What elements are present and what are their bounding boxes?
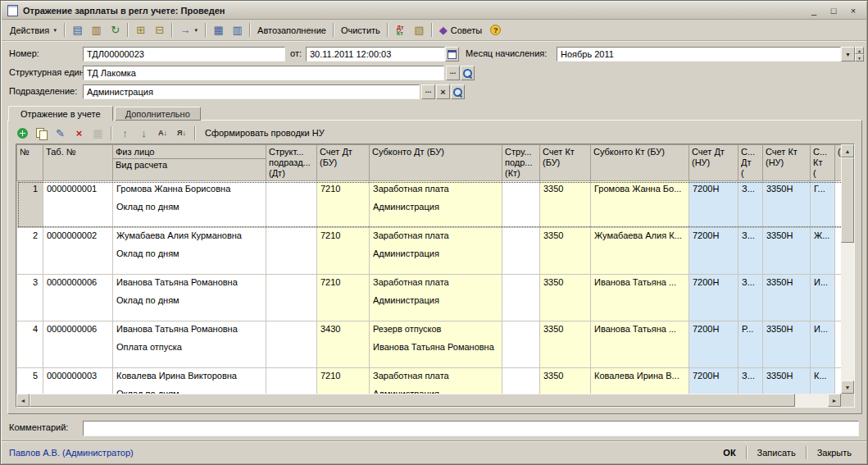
column-header[interactable]: Счет Кт(НУ) bbox=[763, 145, 811, 181]
cell[interactable]: Иванова Татьяна ... bbox=[591, 321, 689, 368]
cell[interactable]: 0000000003 bbox=[43, 368, 113, 394]
column-header[interactable]: Структ...подразд...(Дт) bbox=[266, 145, 317, 181]
cell[interactable]: Жумабаева Алия К... bbox=[591, 228, 689, 275]
cell[interactable]: 7200Н bbox=[689, 228, 738, 275]
cell[interactable]: 3350Н bbox=[763, 181, 811, 228]
spin-down-button[interactable]: ▼ bbox=[855, 54, 864, 62]
go-button[interactable]: → ▼ bbox=[175, 21, 202, 39]
vertical-scroll-thumb[interactable] bbox=[841, 157, 854, 243]
cell[interactable]: Г... bbox=[811, 181, 835, 228]
cell[interactable]: Жумабаева Алия КурмановнаОклад по дням bbox=[113, 228, 266, 275]
sort-desc-button[interactable]: Я↓ bbox=[173, 125, 190, 141]
column-header[interactable]: Субконто Кт (БУ) bbox=[591, 145, 689, 181]
filter-sort-button[interactable]: ▥ bbox=[228, 21, 247, 39]
cell[interactable]: Ж... bbox=[811, 228, 835, 275]
horizontal-scrollbar[interactable]: ◄ ► bbox=[16, 394, 841, 407]
cell[interactable]: 1 bbox=[17, 181, 43, 228]
cell[interactable]: З... bbox=[738, 181, 763, 228]
cell[interactable]: 3350 bbox=[540, 181, 591, 228]
cell[interactable] bbox=[835, 181, 842, 228]
sort-asc-button[interactable]: А↓ bbox=[154, 125, 171, 141]
generate-nu-button[interactable]: Сформировать проводки НУ bbox=[200, 125, 329, 141]
cell[interactable] bbox=[502, 368, 540, 394]
cell[interactable]: Ковалева Ирина ВикторовнаОклад по дням bbox=[113, 368, 266, 394]
cell[interactable] bbox=[502, 181, 540, 228]
cell[interactable]: 3430 bbox=[317, 321, 370, 368]
cell[interactable]: 3350Н bbox=[763, 228, 811, 275]
cell[interactable]: Ковалева Ирина В... bbox=[591, 368, 689, 394]
month-dropdown-button[interactable]: ▼ bbox=[841, 47, 855, 62]
unit-open-button[interactable] bbox=[461, 66, 475, 80]
column-header[interactable]: Стру...подр...(Кт) bbox=[502, 145, 540, 181]
cell[interactable]: 0000000001 bbox=[43, 181, 113, 228]
cell[interactable]: 3350 bbox=[540, 275, 591, 321]
cell[interactable]: Заработная платаАдминистрация bbox=[370, 275, 502, 321]
cell[interactable]: 3350 bbox=[540, 321, 591, 368]
cell[interactable]: Заработная платаАдминистрация bbox=[370, 368, 502, 394]
cell[interactable]: Громова Жанна Бо... bbox=[591, 181, 689, 228]
cell[interactable] bbox=[502, 228, 540, 275]
close-window-button[interactable]: Закрыть bbox=[810, 446, 859, 459]
department-field[interactable]: Администрация bbox=[83, 84, 420, 99]
scroll-up-button[interactable]: ▲ bbox=[841, 144, 854, 157]
move-document-button[interactable]: ⊟ bbox=[150, 21, 169, 39]
cell[interactable]: И... bbox=[811, 275, 835, 321]
cell[interactable]: З... bbox=[738, 228, 763, 275]
clear-button[interactable]: Очистить bbox=[337, 21, 384, 39]
save-button[interactable]: Записать bbox=[750, 446, 803, 459]
cell[interactable] bbox=[266, 275, 317, 321]
column-header[interactable]: (А bbox=[835, 145, 842, 181]
cell[interactable]: 0000000006 bbox=[43, 321, 113, 368]
cell[interactable]: Р... bbox=[738, 321, 763, 368]
cell[interactable]: 0000000002 bbox=[43, 228, 113, 275]
cell[interactable]: Иванова Татьяна РомановнаОплата отпуска bbox=[113, 321, 266, 368]
copy-document-button[interactable]: ⊞ bbox=[131, 21, 150, 39]
cell[interactable]: 3350Н bbox=[763, 275, 811, 321]
autofill-button[interactable]: Автозаполнение bbox=[253, 21, 330, 39]
cell[interactable] bbox=[835, 228, 842, 275]
cell[interactable]: 3350 bbox=[540, 228, 591, 275]
cell[interactable]: Иванова Татьяна ... bbox=[591, 275, 689, 321]
column-header[interactable]: Счет Дт(НУ) bbox=[689, 145, 738, 181]
unit-select-button[interactable]: ... bbox=[446, 66, 460, 80]
cell[interactable] bbox=[502, 275, 540, 321]
cell[interactable]: 4 bbox=[17, 321, 43, 368]
scroll-left-button[interactable]: ◄ bbox=[16, 394, 30, 407]
cell[interactable]: 7200Н bbox=[689, 368, 738, 394]
cell[interactable]: 7210 bbox=[317, 275, 370, 321]
delete-row-button[interactable]: × bbox=[70, 125, 88, 141]
dt-kt-button[interactable]: Дт Кт bbox=[391, 21, 410, 39]
cell[interactable]: 0000000006 bbox=[43, 275, 113, 321]
department-open-button[interactable] bbox=[451, 84, 465, 99]
column-header[interactable]: Таб. № bbox=[43, 145, 113, 181]
cell[interactable] bbox=[266, 368, 317, 394]
cell[interactable]: Иванова Татьяна РомановнаОклад по дням bbox=[113, 275, 266, 321]
close-button[interactable]: × bbox=[846, 4, 861, 16]
end-edit-button[interactable]: ▦ bbox=[89, 125, 107, 141]
unit-field[interactable]: ТД Лакомка bbox=[83, 66, 444, 80]
tab-additional[interactable]: Дополнительно bbox=[115, 107, 201, 121]
cell[interactable]: 2 bbox=[17, 228, 43, 275]
column-header[interactable]: Физ лицоВид расчета bbox=[113, 145, 266, 181]
move-row-up-button[interactable]: ↑ bbox=[116, 125, 134, 141]
minimize-button[interactable]: _ bbox=[807, 4, 821, 16]
maximize-button[interactable]: □ bbox=[826, 4, 841, 16]
cell[interactable]: 5 bbox=[17, 368, 43, 394]
comment-field[interactable] bbox=[83, 421, 859, 436]
cell[interactable] bbox=[502, 321, 540, 368]
move-row-down-button[interactable]: ↓ bbox=[135, 125, 152, 141]
cell[interactable]: Резерв отпусковИванова Татьяна Романовна bbox=[370, 321, 502, 368]
add-row-button[interactable] bbox=[14, 125, 31, 141]
cell[interactable]: И... bbox=[811, 321, 835, 368]
horizontal-scroll-track[interactable] bbox=[30, 394, 828, 407]
cell[interactable] bbox=[835, 368, 842, 394]
column-header[interactable]: Субконто Дт (БУ) bbox=[370, 145, 502, 181]
cell[interactable] bbox=[266, 228, 317, 275]
edit-row-button[interactable]: ✎ bbox=[52, 125, 69, 141]
cell[interactable]: К... bbox=[811, 368, 835, 394]
column-header[interactable]: С...Кт( bbox=[811, 145, 835, 181]
user-link[interactable]: Павлов А.В. (Администратор) bbox=[9, 448, 134, 458]
vertical-scrollbar[interactable]: ▲ ▼ bbox=[841, 144, 854, 394]
cell[interactable]: Громова Жанна БорисовнаОклад по дням bbox=[113, 181, 266, 228]
cell[interactable]: 3350Н bbox=[763, 321, 811, 368]
